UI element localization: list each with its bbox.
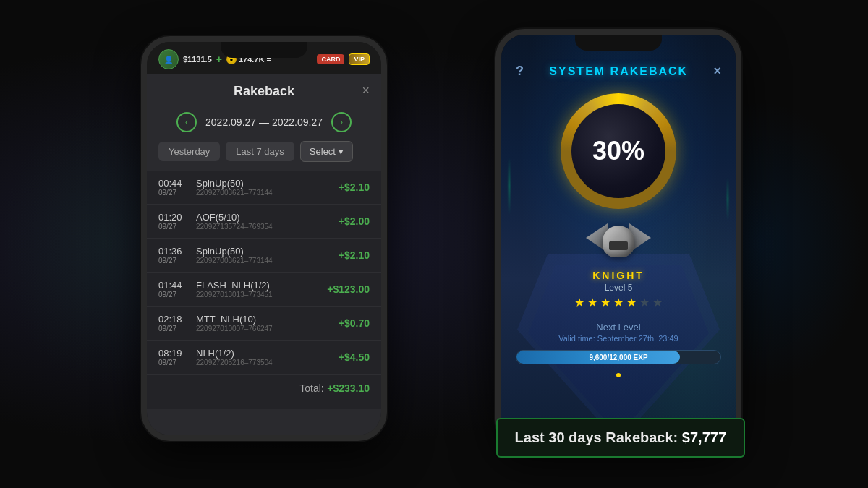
tx-amount: +$0.70	[339, 317, 370, 329]
total-label: Total:	[299, 382, 323, 395]
banner-amount: $7,777	[682, 429, 726, 445]
exp-bar-container: 9,600/12,000 EXP	[516, 350, 721, 364]
last7days-tab[interactable]: Last 7 days	[226, 142, 294, 161]
tx-game: FLASH–NLH(1/2)	[196, 280, 327, 291]
date-nav: ‹ 2022.09.27 — 2022.09.27 ›	[147, 106, 381, 141]
modal-title: Rakeback	[234, 84, 294, 99]
tx-details: AOF(5/10) 220927135724–769354	[189, 212, 339, 231]
exp-bar-text: 9,600/12,000 EXP	[589, 354, 647, 361]
stars-row: ★ ★ ★ ★ ★ ★ ★	[574, 296, 663, 309]
star-3: ★	[600, 296, 610, 309]
ring-container: 30%	[561, 93, 676, 209]
tx-amount: +$2.00	[339, 215, 370, 227]
tx-time: 08:19 09/27	[158, 348, 189, 367]
tx-id: 220927013013–773451	[196, 291, 327, 299]
tx-id: 220927003621–773144	[196, 257, 339, 265]
percentage-text: 30%	[592, 138, 644, 164]
tx-details: FLASH–NLH(1/2) 220927013013–773451	[189, 280, 327, 299]
tx-id: 220927205216–773504	[196, 359, 339, 367]
avatar: 👤	[158, 49, 179, 69]
total-amount: +$233.10	[327, 382, 370, 395]
tx-id: 220927135724–769354	[196, 223, 339, 231]
tx-amount: +$4.50	[339, 351, 370, 363]
valid-time-text: Valid time: September 27th, 23:49	[516, 334, 721, 343]
percentage-ring: 30%	[501, 86, 736, 213]
date-range-text: 2022.09.27 — 2022.09.27	[205, 116, 323, 128]
tx-amount: +$2.10	[339, 181, 370, 193]
tx-time-date: 09/27	[158, 359, 189, 367]
banner-text: Last 30 days Rakeback: $7,777	[515, 429, 726, 445]
select-arrow: ▾	[339, 146, 344, 157]
tx-game: SpinUp(50)	[196, 178, 339, 189]
tx-amount: +$123.00	[327, 283, 370, 295]
knight-emblem: KNIGHT Level 5 ★ ★ ★ ★ ★ ★ ★	[501, 213, 736, 313]
tx-time: 02:18 09/27	[158, 314, 189, 333]
knight-visor-icon	[609, 241, 628, 250]
tx-details: NLH(1/2) 220927205216–773504	[189, 348, 339, 367]
phone2: ? SYSTEM RAKEBACK × 30%	[495, 29, 741, 448]
tx-time-date: 09/27	[158, 223, 189, 231]
star-7: ★	[652, 296, 663, 309]
rakeback-title: SYSTEM RAKEBACK	[549, 65, 688, 78]
transactions-list: 00:44 09/27 SpinUp(50) 220927003621–7731…	[147, 171, 381, 409]
ring-outer: 30%	[561, 93, 676, 209]
knight-level-label: Level 5	[605, 283, 633, 293]
table-row: 01:20 09/27 AOF(5/10) 220927135724–76935…	[147, 205, 381, 239]
tx-game: NLH(1/2)	[196, 348, 339, 359]
table-row: 01:44 09/27 FLASH–NLH(1/2) 220927013013–…	[147, 273, 381, 307]
tx-time-main: 00:44	[158, 178, 189, 189]
star-2: ★	[587, 296, 597, 309]
tx-game: SpinUp(50)	[196, 246, 339, 257]
tx-details: MTT–NLH(10) 220927010007–766247	[189, 314, 339, 333]
rakeback-modal: Rakeback × ‹ 2022.09.27 — 2022.09.27 › Y…	[147, 74, 381, 435]
next-level-section: Next Level Valid time: September 27th, 2…	[501, 313, 736, 370]
modal-header: Rakeback ×	[147, 74, 381, 106]
select-filter[interactable]: Select ▾	[300, 141, 353, 162]
ring-inner: 30%	[571, 104, 665, 198]
knight-helmet-icon	[603, 226, 634, 257]
rakeback-close-button[interactable]: ×	[713, 64, 721, 79]
tx-time-date: 09/27	[158, 325, 189, 333]
tx-game: AOF(5/10)	[196, 212, 339, 223]
tx-details: SpinUp(50) 220927003621–773144	[189, 246, 339, 265]
rakeback-banner: Last 30 days Rakeback: $7,777	[496, 418, 745, 458]
tx-time-date: 09/27	[158, 291, 189, 299]
banner-label: Last 30 days Rakeback:	[515, 429, 678, 445]
scene: 👤 $1131.5 + ● 174.7K = CARD VIP Rakeback…	[0, 0, 868, 488]
tx-game: MTT–NLH(10)	[196, 314, 339, 325]
phone1-notch	[221, 42, 307, 58]
card-badge: CARD	[317, 54, 344, 64]
tx-time: 01:36 09/27	[158, 246, 189, 265]
tx-time: 00:44 09/27	[158, 178, 189, 197]
bottom-indicator	[501, 370, 736, 380]
tx-time-main: 01:36	[158, 246, 189, 257]
phone2-notch	[575, 35, 662, 51]
tx-time-main: 01:20	[158, 212, 189, 223]
table-row: 00:44 09/27 SpinUp(50) 220927003621–7731…	[147, 171, 381, 205]
plus-icon: +	[216, 53, 222, 65]
yesterday-tab[interactable]: Yesterday	[158, 142, 220, 161]
next-level-label: Next Level	[516, 322, 721, 333]
tx-time: 01:44 09/27	[158, 280, 189, 299]
tx-time: 01:20 09/27	[158, 212, 189, 231]
knight-rank-label: KNIGHT	[592, 270, 644, 281]
tx-id: 220927010007–766247	[196, 325, 339, 333]
tx-time-main: 08:19	[158, 348, 189, 359]
star-4: ★	[613, 296, 624, 309]
prev-date-button[interactable]: ‹	[176, 112, 197, 132]
vip-badge: VIP	[349, 53, 370, 65]
table-row: 01:36 09/27 SpinUp(50) 220927003621–7731…	[147, 239, 381, 273]
phone1: 👤 $1131.5 + ● 174.7K = CARD VIP Rakeback…	[141, 36, 387, 441]
modal-close-button[interactable]: ×	[362, 82, 370, 98]
star-1: ★	[574, 296, 584, 309]
tx-time-date: 09/27	[158, 189, 189, 197]
next-date-button[interactable]: ›	[331, 112, 352, 132]
table-row: 02:18 09/27 MTT–NLH(10) 220927010007–766…	[147, 307, 381, 341]
select-label: Select	[310, 146, 336, 157]
star-5: ★	[626, 296, 637, 309]
question-icon[interactable]: ?	[516, 64, 524, 79]
filter-tabs: Yesterday Last 7 days Select ▾	[147, 141, 381, 171]
tx-id: 220927003621–773144	[196, 189, 339, 197]
star-6: ★	[639, 296, 650, 309]
indicator-dot-1	[616, 373, 621, 377]
